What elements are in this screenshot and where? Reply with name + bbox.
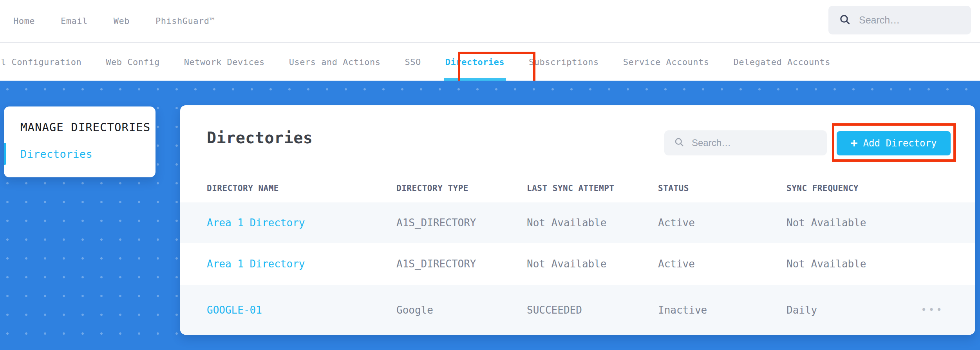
status-cell: Active <box>658 258 787 270</box>
tab-sso[interactable]: SSO <box>405 43 421 81</box>
directories-panel: Directories + Add Directory <box>180 105 975 335</box>
table-row: GOOGLE-01 Google SUCCEEDED Inactive Dail… <box>180 285 975 335</box>
nav-item-home[interactable]: Home <box>13 16 35 26</box>
tab-users-and-actions[interactable]: Users and Actions <box>289 43 381 81</box>
directory-type-cell: A1S_DIRECTORY <box>396 258 527 270</box>
tab-email-configuration[interactable]: l Configuration <box>1 43 81 81</box>
col-header-status: STATUS <box>658 184 787 193</box>
table-row: Area 1 Directory A1S_DIRECTORY Not Avail… <box>180 202 975 243</box>
sidebar-heading: MANAGE DIRECTORIES <box>20 121 150 134</box>
col-header-directory-type: DIRECTORY TYPE <box>396 184 527 193</box>
directory-name-link[interactable]: GOOGLE-01 <box>207 304 396 316</box>
tab-delegated-accounts[interactable]: Delegated Accounts <box>734 43 830 81</box>
status-cell: Active <box>658 217 787 229</box>
add-directory-label: Add Directory <box>863 138 937 149</box>
top-bar: Home Email Web PhishGuard™ <box>0 0 980 43</box>
tab-network-devices[interactable]: Network Devices <box>184 43 265 81</box>
global-search-input[interactable] <box>859 14 953 26</box>
last-sync-cell: Not Available <box>527 217 658 229</box>
panel-header: Directories + Add Directory <box>180 105 975 174</box>
directories-search-box[interactable] <box>664 130 827 155</box>
directory-type-cell: A1S_DIRECTORY <box>396 217 527 229</box>
col-header-sync-frequency: SYNC FREQUENCY <box>787 184 917 193</box>
sync-frequency-cell: Not Available <box>787 217 917 229</box>
manage-directories-card: MANAGE DIRECTORIES Directories <box>4 106 155 177</box>
sync-frequency-cell: Daily <box>787 304 917 316</box>
nav-item-web[interactable]: Web <box>114 16 130 26</box>
sidebar-active-indicator <box>4 143 6 165</box>
col-header-last-sync-attempt: LAST SYNC ATTEMPT <box>527 184 658 193</box>
directory-name-link[interactable]: Area 1 Directory <box>207 217 396 229</box>
directories-table: DIRECTORY NAME DIRECTORY TYPE LAST SYNC … <box>180 174 975 335</box>
page: Home Email Web PhishGuard™ l Configurati… <box>0 0 980 350</box>
row-actions-menu-icon[interactable]: ••• <box>917 305 948 316</box>
primary-nav: Home Email Web PhishGuard™ <box>0 16 215 26</box>
directory-name-link[interactable]: Area 1 Directory <box>207 258 396 270</box>
col-header-directory-name: DIRECTORY NAME <box>207 184 396 193</box>
search-icon <box>674 137 685 149</box>
tab-web-config[interactable]: Web Config <box>106 43 159 81</box>
page-title: Directories <box>207 129 313 147</box>
tab-service-accounts[interactable]: Service Accounts <box>623 43 709 81</box>
search-icon <box>839 13 851 27</box>
settings-tab-bar: l Configuration Web Config Network Devic… <box>0 43 980 81</box>
workspace-background: MANAGE DIRECTORIES Directories Directori… <box>0 81 980 350</box>
nav-item-phishguard[interactable]: PhishGuard™ <box>155 16 215 26</box>
last-sync-cell: SUCCEEDED <box>527 304 658 316</box>
sync-frequency-cell: Not Available <box>787 258 917 270</box>
nav-item-email[interactable]: Email <box>61 16 88 26</box>
tab-directories[interactable]: Directories <box>445 43 504 81</box>
last-sync-cell: Not Available <box>527 258 658 270</box>
add-directory-button[interactable]: + Add Directory <box>837 131 951 155</box>
table-header-row: DIRECTORY NAME DIRECTORY TYPE LAST SYNC … <box>180 174 975 202</box>
plus-icon: + <box>851 137 858 149</box>
directory-type-cell: Google <box>396 304 527 316</box>
directories-search-input[interactable] <box>692 137 809 148</box>
tab-subscriptions[interactable]: Subscriptions <box>529 43 599 81</box>
status-cell: Inactive <box>658 304 787 316</box>
global-search-box[interactable] <box>828 6 971 34</box>
table-row: Area 1 Directory A1S_DIRECTORY Not Avail… <box>180 243 975 285</box>
sidebar-item-directories[interactable]: Directories <box>20 148 92 160</box>
